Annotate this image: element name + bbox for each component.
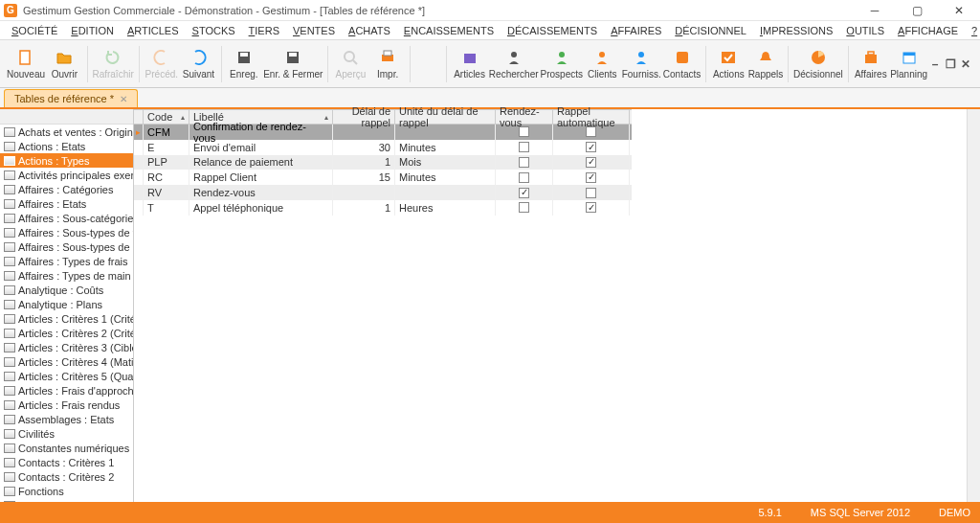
menu-ventes[interactable]: VENTES	[287, 23, 341, 38]
table-row[interactable]: EEnvoi d'email30Minutes✓	[134, 140, 632, 155]
menu-encaissements[interactable]: ENCAISSEMENTS	[398, 23, 500, 38]
menu-dcaissements[interactable]: DÉCAISSEMENTS	[501, 23, 603, 38]
tree-item[interactable]: Affaires : Sous-types de ...	[0, 239, 133, 254]
tree-item[interactable]: Articles : Critères 1 (Crité...	[0, 311, 133, 326]
cell-auto[interactable]: ✓	[553, 170, 630, 185]
decisionnel-button[interactable]: Décisionnel	[792, 42, 844, 86]
cell-unite[interactable]: Mois	[395, 155, 496, 171]
tree-item[interactable]: Contacts : Critères 2	[0, 469, 133, 484]
clients-button[interactable]: Clients	[584, 42, 621, 86]
cell-rdv[interactable]	[496, 200, 553, 216]
planning-button[interactable]: Planning	[889, 42, 928, 86]
reference-tree[interactable]: Achats et ventes : OriginesActions : Eta…	[0, 125, 133, 521]
cell-libelle[interactable]: Appel téléphonique	[189, 200, 333, 216]
mdi-minimize-button[interactable]: –	[928, 57, 942, 71]
menu-edition[interactable]: EDITION	[65, 23, 120, 38]
menu-outils[interactable]: OUTILS	[840, 23, 890, 38]
col-delai[interactable]: Délai de rappel	[333, 110, 395, 124]
mdi-close-button[interactable]: ✕	[959, 57, 972, 71]
menu-socit[interactable]: SOCIÉTÉ	[6, 23, 63, 38]
checkbox[interactable]	[586, 126, 596, 137]
table-row[interactable]: RVRendez-vous✓	[134, 185, 632, 200]
cell-code[interactable]: T	[144, 200, 189, 216]
cell-libelle[interactable]: Rendez-vous	[189, 185, 333, 200]
rechercher-button[interactable]: Rechercher	[488, 42, 540, 86]
menu-affichage[interactable]: AFFICHAGE	[892, 23, 964, 38]
cell-code[interactable]: RV	[144, 185, 189, 200]
checkbox[interactable]	[519, 202, 529, 213]
tree-item[interactable]: Affaires : Types de main ...	[0, 268, 133, 283]
tree-item[interactable]: Articles : Critères 3 (Cible)	[0, 340, 133, 354]
rafraichir-button[interactable]: Rafraîchir	[91, 42, 134, 86]
cell-unite[interactable]	[395, 185, 496, 200]
checkbox[interactable]	[519, 142, 529, 152]
cell-rdv[interactable]	[496, 155, 553, 171]
checkbox[interactable]: ✓	[586, 157, 596, 168]
maximize-button[interactable]: ▢	[896, 0, 938, 21]
data-grid[interactable]: Code▴ Libellé▴ Délai de rappel Unité du …	[134, 109, 632, 216]
preced-button[interactable]: Précéd.	[144, 42, 181, 86]
tree-item[interactable]: Affaires : Types de frais	[0, 254, 133, 268]
checkbox[interactable]	[586, 188, 596, 198]
minimize-button[interactable]: ─	[854, 0, 896, 21]
cell-delai[interactable]	[333, 185, 395, 200]
table-row[interactable]: PLPRelance de paiement1Mois✓	[134, 155, 632, 171]
checkbox[interactable]	[519, 157, 529, 168]
checkbox[interactable]: ✓	[519, 188, 529, 198]
cell-auto[interactable]: ✓	[553, 155, 630, 171]
tree-item[interactable]: Articles : Frais rendus	[0, 398, 133, 412]
close-button[interactable]: ✕	[938, 0, 980, 21]
tree-item[interactable]: Analytique : Plans	[0, 297, 133, 311]
prospects-button[interactable]: Prospects	[540, 42, 584, 86]
cell-libelle[interactable]: Envoi d'email	[189, 140, 333, 155]
tree-item[interactable]: Assemblages : Etats	[0, 412, 133, 426]
tree-item[interactable]: Achats et ventes : Origines	[0, 125, 133, 139]
cell-auto[interactable]: ✓	[553, 140, 630, 155]
tree-item[interactable]: Constantes numériques	[0, 441, 133, 455]
table-row[interactable]: RCRappel Client15Minutes✓	[134, 170, 632, 185]
tree-item[interactable]: Articles : Critères 4 (Mati...	[0, 354, 133, 369]
articles-button[interactable]: Articles	[451, 42, 488, 86]
checkbox[interactable]	[519, 126, 529, 137]
tree-item[interactable]: Fonctions	[0, 484, 133, 498]
tree-item[interactable]: Articles : Critères 2 (Crité...	[0, 326, 133, 340]
tree-item[interactable]: Civilités	[0, 426, 133, 441]
tab-close-icon[interactable]: ✕	[120, 94, 127, 104]
tree-item[interactable]: Articles : Critères 5 (Qual...	[0, 369, 133, 383]
cell-auto[interactable]	[553, 185, 630, 200]
contacts-button[interactable]: Contacts	[662, 42, 702, 86]
vertical-scrollbar[interactable]	[967, 109, 980, 521]
cell-unite[interactable]: Minutes	[395, 140, 496, 155]
cell-rdv[interactable]	[496, 170, 553, 185]
menu-stocks[interactable]: STOCKS	[187, 23, 241, 38]
menu-achats[interactable]: ACHATS	[343, 23, 396, 38]
menu-impressions[interactable]: IMPRESSIONS	[754, 23, 838, 38]
enregfermer-button[interactable]: Enr. & Fermer	[262, 42, 323, 86]
tree-item[interactable]: Affaires : Sous-types de f...	[0, 225, 133, 239]
actions-button[interactable]: Actions	[710, 42, 747, 86]
cell-libelle[interactable]: Relance de paiement	[189, 155, 333, 171]
cell-rdv[interactable]	[496, 140, 553, 155]
ouvrir-button[interactable]: Ouvrir	[46, 42, 83, 86]
tree-item[interactable]: Actions : Types	[0, 153, 133, 168]
suivant-button[interactable]: Suivant	[180, 42, 217, 86]
cell-libelle[interactable]: Confirmation de rendez-vous	[189, 125, 333, 140]
checkbox[interactable]	[519, 172, 529, 183]
cell-delai[interactable]: 30	[333, 140, 395, 155]
tree-item[interactable]: Contacts : Critères 1	[0, 455, 133, 469]
tree-item[interactable]: Affaires : Etats	[0, 196, 133, 211]
tree-item[interactable]: Actions : Etats	[0, 139, 133, 153]
menu-tiers[interactable]: TIERS	[243, 23, 285, 38]
cell-code[interactable]: E	[144, 140, 189, 155]
apercu-button[interactable]: Aperçu	[332, 42, 369, 86]
col-rdv[interactable]: Rendez-vous	[496, 110, 553, 124]
cell-unite[interactable]: Heures	[395, 200, 496, 216]
cell-code[interactable]: CFM	[144, 125, 189, 140]
col-unite[interactable]: Unité du délai de rappel	[395, 110, 496, 124]
tree-item[interactable]: Articles : Frais d'approche	[0, 383, 133, 398]
table-row[interactable]: TAppel téléphonique1Heures✓	[134, 200, 632, 216]
tree-item[interactable]: Activités principales exer...	[0, 168, 133, 182]
rappels-button[interactable]: Rappels	[747, 42, 785, 86]
cell-delai[interactable]: 15	[333, 170, 395, 185]
menu-articles[interactable]: ARTICLES	[122, 23, 185, 38]
